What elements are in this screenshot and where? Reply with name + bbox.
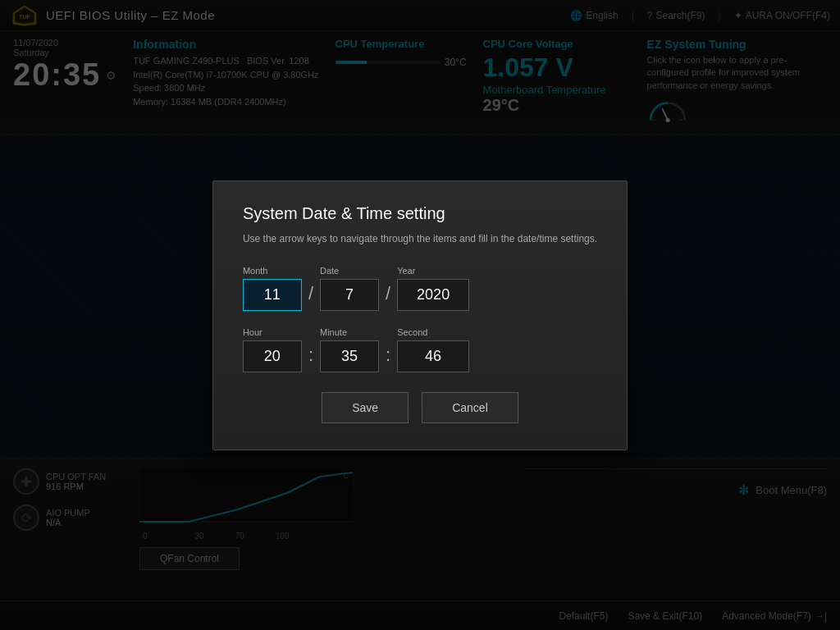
year-label: Year — [397, 266, 469, 276]
second-field: Second — [397, 327, 469, 372]
month-field: Month — [243, 266, 302, 311]
modal-title: System Date & Time setting — [243, 204, 597, 223]
time-sep-2: : — [386, 345, 390, 372]
year-input[interactable] — [397, 279, 469, 311]
modal-buttons: Save Cancel — [243, 392, 597, 423]
modal-desc: Use the arrow keys to navigate through t… — [243, 231, 597, 246]
month-label: Month — [243, 266, 302, 276]
save-button[interactable]: Save — [322, 392, 409, 423]
modal-overlay: System Date & Time setting Use the arrow… — [0, 0, 840, 630]
year-field: Year — [397, 266, 469, 311]
time-row: Hour : Minute : Second — [243, 327, 597, 372]
date-label: Date — [320, 266, 379, 276]
date-input[interactable] — [320, 279, 379, 311]
hour-input[interactable] — [243, 340, 302, 372]
date-field: Date — [320, 266, 379, 311]
hour-field: Hour — [243, 327, 302, 372]
minute-label: Minute — [320, 327, 379, 337]
month-input[interactable] — [243, 279, 302, 311]
second-label: Second — [397, 327, 469, 337]
date-sep-2: / — [386, 283, 390, 311]
date-row: Month / Date / Year — [243, 266, 597, 311]
date-sep-1: / — [308, 283, 313, 311]
datetime-modal: System Date & Time setting Use the arrow… — [212, 180, 628, 450]
minute-input[interactable] — [320, 340, 379, 372]
hour-label: Hour — [243, 327, 302, 337]
second-input[interactable] — [397, 340, 469, 372]
time-sep-1: : — [308, 345, 313, 372]
cancel-button[interactable]: Cancel — [422, 392, 518, 423]
minute-field: Minute — [320, 327, 379, 372]
